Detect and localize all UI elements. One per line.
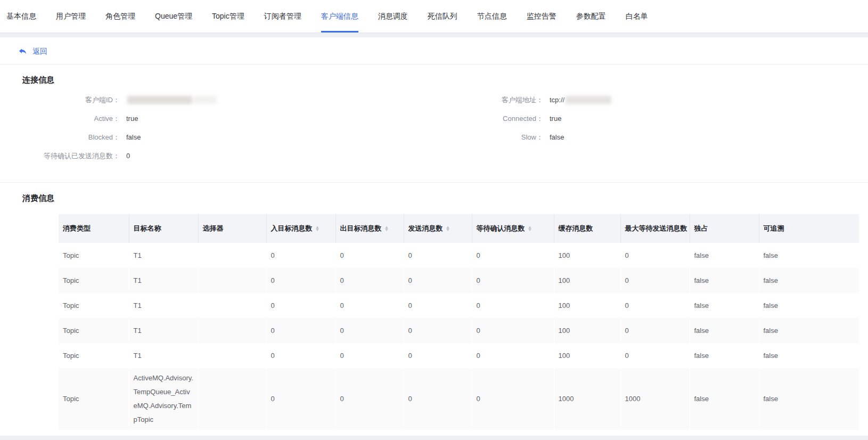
back-arrow-icon[interactable] — [18, 47, 27, 56]
table-cell: 0 — [266, 368, 335, 430]
sort-caret-icon[interactable]: ▲▼ — [527, 226, 533, 231]
table-cell: 0 — [472, 293, 554, 318]
table-cell: false — [690, 293, 759, 318]
column-header-label: 消费类型 — [63, 224, 91, 233]
table-cell: 0 — [335, 343, 404, 368]
connection-form-left-column: 客户端ID：Active：trueBlocked：false等待确认已发送消息数… — [0, 91, 434, 165]
table-cell: false — [759, 368, 859, 430]
table-cell — [198, 368, 266, 430]
table-cell: 0 — [404, 368, 472, 430]
column-header-label: 最大等待发送消息数 — [625, 224, 687, 233]
column-header-label: 发送消息数 — [408, 224, 443, 233]
table-row: TopicT100001000falsefalse — [59, 343, 859, 368]
back-row: 返回 — [0, 37, 868, 64]
tab-item-0[interactable]: 基本信息 — [6, 0, 36, 33]
column-header-label: 选择器 — [203, 224, 224, 233]
sort-caret-icon[interactable]: ▲▼ — [445, 226, 451, 231]
table-cell: Topic — [59, 343, 129, 368]
table-cell: 0 — [335, 318, 404, 343]
table-row: TopicT100001000falsefalse — [59, 268, 859, 293]
table-cell: 0 — [620, 243, 690, 268]
column-header-6[interactable]: 等待确认消息数▲▼ — [472, 214, 554, 243]
table-cell: false — [690, 368, 759, 430]
field-label: 客户端地址： — [434, 95, 543, 105]
table-cell: 100 — [554, 318, 620, 343]
field-value-text: tcp:// — [550, 96, 564, 104]
sort-caret-icon[interactable]: ▲▼ — [315, 226, 320, 231]
table-cell: false — [759, 318, 859, 343]
column-header-label: 出目标消息数 — [340, 224, 382, 233]
table-cell: false — [690, 243, 759, 268]
table-cell: 0 — [266, 243, 335, 268]
table-cell — [198, 343, 266, 368]
table-cell: 0 — [620, 293, 690, 318]
column-header-label: 等待确认消息数 — [477, 224, 525, 233]
column-header-3[interactable]: 入目标消息数▲▼ — [266, 214, 335, 243]
table-cell: 0 — [266, 268, 335, 293]
tab-item-8[interactable]: 死信队列 — [428, 0, 457, 33]
tab-item-9[interactable]: 节点信息 — [477, 0, 507, 33]
table-cell: 0 — [620, 268, 690, 293]
back-link[interactable]: 返回 — [32, 47, 47, 56]
tab-item-10[interactable]: 监控告警 — [527, 0, 556, 33]
table-cell: 0 — [404, 243, 472, 268]
column-header-label: 独占 — [694, 224, 708, 233]
table-cell: 0 — [335, 268, 404, 293]
column-header-8: 最大等待发送消息数 — [620, 214, 690, 243]
table-cell: 100 — [554, 243, 620, 268]
tab-item-2[interactable]: 角色管理 — [105, 0, 135, 33]
table-cell: 0 — [472, 268, 554, 293]
column-header-1: 目标名称 — [129, 214, 198, 243]
field-row: 客户端ID： — [0, 91, 434, 109]
table-cell: 0 — [404, 318, 472, 343]
table-cell: Topic — [59, 268, 129, 293]
table-cell: 1000 — [620, 368, 690, 430]
tab-item-3[interactable]: Queue管理 — [155, 0, 192, 33]
table-cell: 0 — [335, 368, 404, 430]
field-value-text: false — [550, 133, 564, 141]
field-row: Active：true — [0, 109, 434, 128]
column-header-4[interactable]: 出目标消息数▲▼ — [335, 214, 404, 243]
tab-item-12[interactable]: 白名单 — [626, 0, 648, 33]
table-header-row: 消费类型目标名称选择器入目标消息数▲▼出目标消息数▲▼发送消息数▲▼等待确认消息… — [59, 214, 859, 243]
column-header-2: 选择器 — [198, 214, 266, 243]
table-cell: 0 — [335, 243, 404, 268]
table-cell: 0 — [620, 343, 690, 368]
table-cell: 100 — [554, 293, 620, 318]
table-cell: false — [759, 268, 859, 293]
table-cell — [198, 243, 266, 268]
connection-section-title: 连接信息 — [0, 64, 868, 87]
table-cell: T1 — [129, 268, 198, 293]
table-cell: 0 — [404, 268, 472, 293]
table-cell: 100 — [554, 343, 620, 368]
tab-item-4[interactable]: Topic管理 — [212, 0, 244, 33]
field-row: 等待确认已发送消息数：0 — [0, 146, 434, 165]
column-header-label: 入目标消息数 — [271, 224, 313, 233]
field-label: 客户端ID： — [0, 95, 120, 105]
column-header-9: 独占 — [690, 214, 759, 243]
sort-caret-icon[interactable]: ▲▼ — [384, 226, 389, 231]
tab-item-6[interactable]: 客户端信息 — [321, 0, 358, 33]
tab-item-5[interactable]: 订阅者管理 — [264, 0, 301, 33]
connection-form: 客户端ID：Active：trueBlocked：false等待确认已发送消息数… — [0, 87, 868, 170]
field-value: tcp:// — [550, 96, 611, 104]
table-cell: T1 — [129, 343, 198, 368]
table-cell: 0 — [404, 343, 472, 368]
table-cell: T1 — [129, 318, 198, 343]
field-value: false — [550, 133, 564, 141]
content-card: 返回 连接信息 客户端ID：Active：trueBlocked：false等待… — [0, 37, 868, 436]
table-cell: 100 — [554, 268, 620, 293]
column-header-7: 缓存消息数 — [554, 214, 620, 243]
column-header-0: 消费类型 — [59, 214, 129, 243]
column-header-label: 目标名称 — [134, 224, 161, 233]
tab-item-7[interactable]: 消息调度 — [378, 0, 408, 33]
field-row: Slow：false — [434, 128, 868, 146]
field-row: Blocked：false — [0, 128, 434, 146]
table-cell: 1000 — [554, 368, 620, 430]
consumption-table-wrap: 消费类型目标名称选择器入目标消息数▲▼出目标消息数▲▼发送消息数▲▼等待确认消息… — [59, 214, 859, 430]
tab-item-11[interactable]: 参数配置 — [576, 0, 606, 33]
column-header-5[interactable]: 发送消息数▲▼ — [404, 214, 472, 243]
field-label: Slow： — [434, 133, 543, 142]
table-cell — [198, 318, 266, 343]
tab-item-1[interactable]: 用户管理 — [56, 0, 86, 33]
